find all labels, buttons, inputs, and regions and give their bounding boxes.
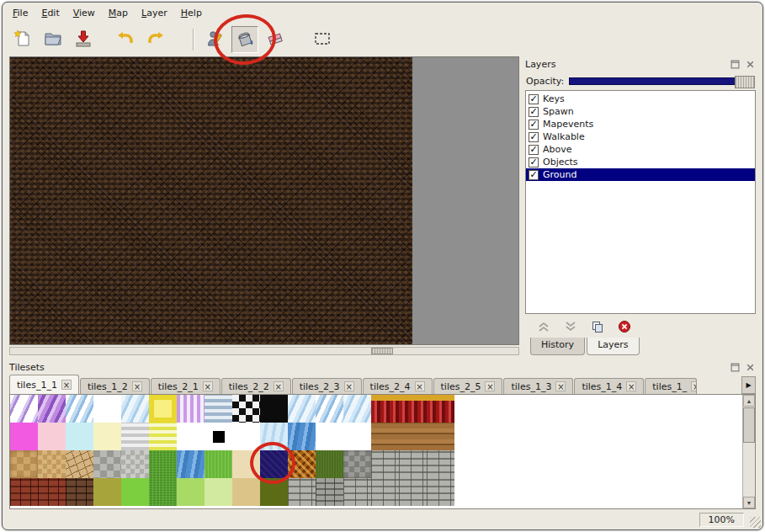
resize-grip[interactable]: [750, 517, 761, 528]
horizontal-scrollbar[interactable]: [9, 347, 519, 355]
tile-palette[interactable]: [10, 395, 742, 508]
tile-brick-dark[interactable]: [66, 478, 93, 506]
save-button[interactable]: [70, 26, 97, 53]
vertical-scrollbar[interactable]: ▲ ▼: [742, 395, 755, 508]
tile-brick-red[interactable]: [10, 478, 38, 506]
tab-close-icon[interactable]: ×: [274, 381, 284, 391]
layer-visibility-checkbox[interactable]: ✓: [529, 94, 539, 104]
raise-layer-button[interactable]: [535, 318, 552, 335]
layer-visibility-checkbox[interactable]: ✓: [529, 157, 539, 168]
tab-close-icon[interactable]: ×: [61, 380, 72, 390]
tile-white[interactable]: [232, 423, 260, 450]
tile-white[interactable]: [316, 423, 343, 450]
tile-grass-bright[interactable]: [205, 450, 232, 478]
panel-tab-history[interactable]: History: [530, 338, 585, 355]
panel-tab-layers[interactable]: Layers: [587, 338, 639, 355]
tileset-tab-tiles_2_4[interactable]: tiles_2_4×: [363, 378, 433, 394]
tab-close-icon[interactable]: ×: [485, 381, 495, 391]
tile-streak-blue2[interactable]: [121, 395, 149, 423]
tile-weave-orange[interactable]: [288, 450, 316, 478]
new-button[interactable]: [9, 26, 36, 53]
opacity-slider-handle[interactable]: [735, 76, 755, 88]
tile-white[interactable]: [177, 423, 205, 450]
tile-streak-blue2[interactable]: [288, 395, 316, 423]
tile-magenta[interactable]: [10, 423, 38, 450]
tile-brick-gray[interactable]: [399, 478, 427, 506]
tileset-tab-tiles_1_1[interactable]: tiles_1_1×: [9, 375, 79, 394]
tab-close-icon[interactable]: ×: [415, 381, 425, 391]
tile-pink[interactable]: [38, 423, 66, 450]
scroll-up-arrow[interactable]: ▲: [743, 395, 755, 407]
tile-black[interactable]: [260, 395, 288, 423]
tile-sand[interactable]: [232, 478, 260, 506]
map-viewport[interactable]: [9, 56, 519, 345]
tile-brick-gray[interactable]: [343, 478, 371, 506]
tileset-tab-tiles_2_3[interactable]: tiles_2_3×: [292, 378, 362, 394]
menu-view[interactable]: View: [66, 5, 102, 21]
layers-list[interactable]: ✓Keys✓Spawn✓Mapevents✓Walkable✓Above✓Obj…: [525, 90, 756, 314]
tile-streak-blue2[interactable]: [343, 395, 371, 423]
layer-row-mapevents[interactable]: ✓Mapevents: [526, 118, 755, 130]
tile-green-light[interactable]: [177, 478, 205, 506]
float-panel-button[interactable]: [729, 59, 741, 70]
tile-cobble-tan2[interactable]: [38, 450, 66, 478]
tile-brick-gray2[interactable]: [316, 478, 343, 506]
tileset-tab-tiles_1_[interactable]: tiles_1_×: [645, 378, 697, 394]
tab-close-icon[interactable]: ×: [132, 381, 142, 391]
layer-visibility-checkbox[interactable]: ✓: [529, 120, 539, 130]
tile-green-bright[interactable]: [121, 478, 149, 506]
vertical-scrollbar-track[interactable]: [743, 407, 755, 497]
tile-brick-gray[interactable]: [399, 450, 427, 478]
tile-water-blue[interactable]: [288, 423, 316, 450]
menu-map[interactable]: Map: [102, 5, 135, 21]
tile-curtain-top[interactable]: [371, 395, 399, 423]
tile-brick-gray[interactable]: [427, 450, 454, 478]
tile-cobble-tan[interactable]: [10, 450, 38, 478]
layer-row-above[interactable]: ✓Above: [526, 143, 755, 156]
tileset-tab-tiles_2_2[interactable]: tiles_2_2×: [221, 378, 291, 394]
tile-wood[interactable]: [371, 423, 399, 450]
tile-streak-violet[interactable]: [10, 395, 38, 423]
tile-grass[interactable]: [149, 478, 177, 506]
tile-stripe-violet[interactable]: [177, 395, 205, 423]
tile-white[interactable]: [93, 395, 121, 423]
tile-white[interactable]: [343, 423, 371, 450]
tab-close-icon[interactable]: ×: [626, 381, 636, 391]
tile-stripe-bluegray[interactable]: [205, 395, 232, 423]
layer-row-objects[interactable]: ✓Objects: [526, 156, 755, 168]
tile-olive[interactable]: [93, 478, 121, 506]
delete-layer-button[interactable]: [616, 318, 633, 335]
tab-scroll-right-button[interactable]: ▶: [741, 376, 756, 394]
tile-water-blue[interactable]: [177, 450, 205, 478]
layer-row-walkable[interactable]: ✓Walkable: [526, 130, 755, 143]
close-panel-button[interactable]: [744, 362, 756, 373]
tile-brick-gray[interactable]: [427, 478, 454, 506]
duplicate-layer-button[interactable]: [589, 318, 606, 335]
tab-close-icon[interactable]: ×: [691, 381, 697, 391]
tile-wood[interactable]: [399, 423, 427, 450]
tile-curtain-top[interactable]: [399, 395, 427, 423]
tile-grass-dark[interactable]: [316, 450, 343, 478]
tile-black-dot[interactable]: [205, 423, 232, 450]
tab-close-icon[interactable]: ×: [203, 381, 213, 391]
tile-brick-red[interactable]: [38, 478, 66, 506]
fill-tool-button[interactable]: [231, 26, 258, 53]
menu-layer[interactable]: Layer: [135, 5, 174, 21]
tile-cobble-gray[interactable]: [93, 450, 121, 478]
tileset-tab-tiles_1_2[interactable]: tiles_1_2×: [80, 378, 150, 394]
tile-yellow-box[interactable]: [149, 395, 177, 423]
menu-file[interactable]: File: [6, 5, 35, 21]
tile-stripe-gray[interactable]: [121, 423, 149, 450]
tile-navy[interactable]: [260, 450, 288, 478]
tile-stone-gray[interactable]: [121, 450, 149, 478]
layer-visibility-checkbox[interactable]: ✓: [529, 145, 539, 155]
menu-help[interactable]: Help: [174, 5, 209, 21]
tile-wood[interactable]: [427, 423, 454, 450]
layer-visibility-checkbox[interactable]: ✓: [529, 132, 539, 142]
layer-visibility-checkbox[interactable]: ✓: [529, 107, 539, 117]
close-panel-button[interactable]: [744, 59, 756, 70]
tile-green-pale[interactable]: [205, 478, 232, 506]
tile-streak-blue[interactable]: [66, 395, 93, 423]
stamp-tool-button[interactable]: [201, 26, 228, 53]
layer-row-keys[interactable]: ✓Keys: [526, 93, 755, 105]
